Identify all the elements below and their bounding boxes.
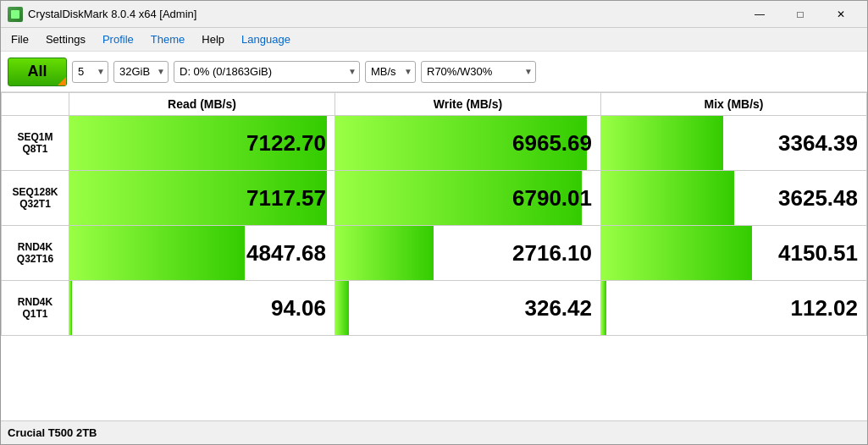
write-value-0: 6965.69 [512,130,600,157]
mix-value-0: 3364.39 [778,130,866,157]
profile-dropdown-wrapper: R70%/W30% Default Peak Performance ▼ [421,61,536,83]
menu-settings[interactable]: Settings [39,30,92,48]
read-value-2: 4847.68 [246,240,334,266]
table-row: SEQ128K Q32T17117.576790.013625.48 [2,171,867,226]
write-cell-3: 326.42 [335,281,601,336]
mix-bar-2 [601,226,752,280]
test-label-2: RND4K Q32T16 [2,226,69,281]
mix-cell-wrap-1: 3625.48 [601,171,866,225]
read-value-0: 7122.70 [246,130,334,157]
menu-file[interactable]: File [4,30,36,48]
unit-select[interactable]: MB/s GB/s IOPS μs [365,61,416,83]
write-bar-3 [335,281,349,335]
write-cell-2: 2716.10 [335,226,601,281]
read-cell-2: 4847.68 [69,226,335,281]
write-cell-0: 6965.69 [335,116,601,171]
write-bar-2 [335,226,434,280]
table-row: RND4K Q32T164847.682716.104150.51 [2,226,867,281]
test-label-1: SEQ128K Q32T1 [2,171,69,226]
write-cell-wrap-3: 326.42 [335,281,600,335]
titlebar-controls: — □ ✕ [740,6,860,23]
test-label-3: RND4K Q1T1 [2,281,69,336]
write-header: Write (MB/s) [335,93,601,116]
mix-cell-wrap-2: 4150.51 [601,226,866,280]
read-cell-1: 7117.57 [69,171,335,226]
read-cell-wrap-1: 7117.57 [69,171,334,225]
read-cell-3: 94.06 [69,281,335,336]
write-cell-wrap-2: 2716.10 [335,226,600,280]
read-cell-wrap-0: 7122.70 [69,116,334,170]
mix-bar-3 [601,281,606,335]
mix-value-3: 112.02 [790,295,866,321]
write-value-2: 2716.10 [512,240,600,266]
read-cell-0: 7122.70 [69,116,335,171]
write-cell-wrap-0: 6965.69 [335,116,600,170]
write-value-1: 6790.01 [512,185,600,212]
write-value-3: 326.42 [524,295,600,321]
mix-value-1: 3625.48 [778,185,866,212]
write-cell-wrap-1: 6790.01 [335,171,600,225]
app-icon-inner [11,10,19,19]
count-dropdown-wrapper: 1 3 5 9 25 ▼ [72,61,108,83]
mix-cell-0: 3364.39 [601,116,867,171]
all-button[interactable]: All [8,58,67,86]
mix-cell-3: 112.02 [601,281,867,336]
status-bar: Crucial T500 2TB [1,420,867,444]
menu-help[interactable]: Help [195,30,231,48]
mix-value-2: 4150.51 [778,240,866,266]
unit-dropdown-wrapper: MB/s GB/s IOPS μs ▼ [365,61,416,83]
read-value-3: 94.06 [271,295,334,321]
profile-select[interactable]: R70%/W30% Default Peak Performance [421,61,536,83]
results-table-container: Read (MB/s) Write (MB/s) Mix (MB/s) SEQ1… [1,92,867,420]
read-cell-wrap-2: 4847.68 [69,226,334,280]
count-select[interactable]: 1 3 5 9 25 [72,61,108,83]
main-window: CrystalDiskMark 8.0.4 x64 [Admin] — □ ✕ … [0,0,868,445]
read-cell-wrap-3: 94.06 [69,281,334,335]
mix-bar-0 [601,116,723,170]
table-row: SEQ1M Q8T17122.706965.693364.39 [2,116,867,171]
menu-profile[interactable]: Profile [96,30,141,48]
mix-cell-wrap-3: 112.02 [601,281,866,335]
menu-theme[interactable]: Theme [144,30,191,48]
status-text: Crucial T500 2TB [8,426,97,439]
mix-header: Mix (MB/s) [601,93,867,116]
table-row: RND4K Q1T194.06326.42112.02 [2,281,867,336]
size-dropdown-wrapper: 1GiB 4GiB 8GiB 16GiB 32GiB 64GiB ▼ [113,61,169,83]
test-label-0: SEQ1M Q8T1 [2,116,69,171]
read-value-1: 7117.57 [246,185,334,212]
drive-select[interactable]: D: 0% (0/1863GiB) [174,61,360,83]
titlebar: CrystalDiskMark 8.0.4 x64 [Admin] — □ ✕ [1,1,867,28]
mix-cell-2: 4150.51 [601,226,867,281]
close-button[interactable]: ✕ [821,6,860,23]
toolbar: All 1 3 5 9 25 ▼ 1GiB 4GiB 8GiB 16GiB 32… [1,52,867,92]
read-header: Read (MB/s) [69,93,335,116]
maximize-button[interactable]: □ [781,6,820,23]
minimize-button[interactable]: — [740,6,779,23]
column-header-row: Read (MB/s) Write (MB/s) Mix (MB/s) [2,93,867,116]
empty-header [2,93,69,116]
titlebar-left: CrystalDiskMark 8.0.4 x64 [Admin] [8,7,196,22]
menubar: File Settings Profile Theme Help Languag… [1,28,867,52]
results-table: Read (MB/s) Write (MB/s) Mix (MB/s) SEQ1… [1,92,867,336]
mix-bar-1 [601,171,734,225]
menu-language[interactable]: Language [235,30,297,48]
read-bar-2 [69,226,245,280]
write-cell-1: 6790.01 [335,171,601,226]
app-icon [8,7,23,22]
window-title: CrystalDiskMark 8.0.4 x64 [Admin] [28,8,196,20]
mix-cell-wrap-0: 3364.39 [601,116,866,170]
size-select[interactable]: 1GiB 4GiB 8GiB 16GiB 32GiB 64GiB [113,61,169,83]
mix-cell-1: 3625.48 [601,171,867,226]
read-bar-3 [69,281,72,335]
drive-dropdown-wrapper: D: 0% (0/1863GiB) ▼ [174,61,360,83]
